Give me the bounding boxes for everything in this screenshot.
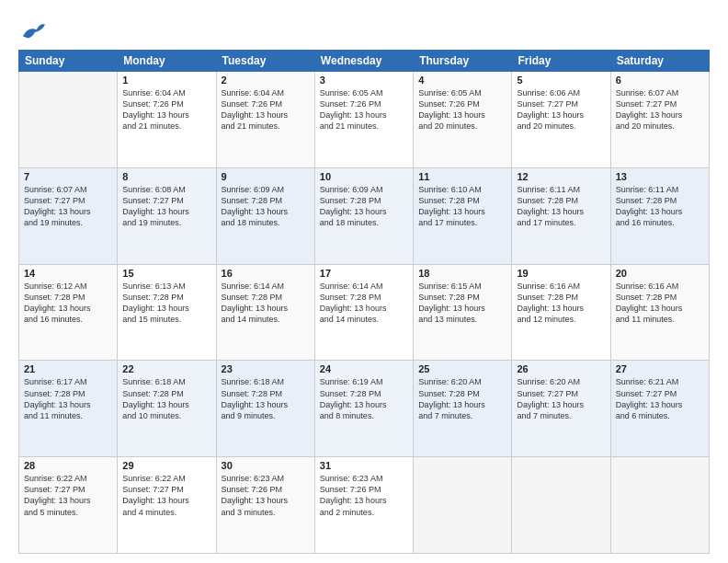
day-info: Sunrise: 6:14 AM Sunset: 7:28 PM Dayligh… (222, 281, 310, 326)
day-number: 31 (320, 460, 408, 471)
day-number: 5 (517, 75, 605, 86)
day-number: 3 (320, 75, 408, 86)
calendar-cell: 11Sunrise: 6:10 AM Sunset: 7:28 PM Dayli… (414, 167, 512, 264)
logo (18, 18, 47, 44)
header (18, 15, 710, 44)
calendar-cell: 7Sunrise: 6:07 AM Sunset: 7:27 PM Daylig… (19, 167, 118, 264)
day-info: Sunrise: 6:11 AM Sunset: 7:28 PM Dayligh… (517, 184, 605, 229)
day-number: 8 (122, 171, 210, 182)
day-number: 11 (418, 171, 506, 182)
calendar-cell: 4Sunrise: 6:05 AM Sunset: 7:26 PM Daylig… (414, 72, 512, 168)
day-info: Sunrise: 6:07 AM Sunset: 7:27 PM Dayligh… (24, 184, 112, 229)
calendar-cell: 15Sunrise: 6:13 AM Sunset: 7:28 PM Dayli… (118, 264, 216, 361)
day-info: Sunrise: 6:18 AM Sunset: 7:28 PM Dayligh… (222, 376, 310, 421)
day-number: 6 (616, 75, 704, 86)
day-number: 16 (222, 268, 310, 279)
page: SundayMondayTuesdayWednesdayThursdayFrid… (0, 0, 728, 563)
day-info: Sunrise: 6:23 AM Sunset: 7:26 PM Dayligh… (320, 473, 408, 518)
day-number: 4 (418, 75, 506, 86)
day-number: 19 (517, 268, 605, 279)
calendar-cell (610, 457, 709, 554)
calendar-cell: 21Sunrise: 6:17 AM Sunset: 7:28 PM Dayli… (19, 361, 118, 457)
calendar-cell: 23Sunrise: 6:18 AM Sunset: 7:28 PM Dayli… (216, 361, 314, 457)
calendar-week-row: 28Sunrise: 6:22 AM Sunset: 7:27 PM Dayli… (19, 457, 710, 554)
day-number: 13 (616, 171, 704, 182)
calendar-cell: 16Sunrise: 6:14 AM Sunset: 7:28 PM Dayli… (216, 264, 314, 361)
calendar-day-header: Sunday (19, 51, 118, 72)
day-info: Sunrise: 6:20 AM Sunset: 7:27 PM Dayligh… (517, 376, 605, 421)
calendar-week-row: 7Sunrise: 6:07 AM Sunset: 7:27 PM Daylig… (19, 167, 710, 264)
day-info: Sunrise: 6:15 AM Sunset: 7:28 PM Dayligh… (418, 281, 506, 326)
day-number: 17 (320, 268, 408, 279)
day-info: Sunrise: 6:12 AM Sunset: 7:28 PM Dayligh… (24, 281, 112, 326)
calendar-cell: 29Sunrise: 6:22 AM Sunset: 7:27 PM Dayli… (118, 457, 216, 554)
calendar-cell: 13Sunrise: 6:11 AM Sunset: 7:28 PM Dayli… (610, 167, 709, 264)
logo-bird-icon (21, 18, 47, 44)
calendar-cell: 25Sunrise: 6:20 AM Sunset: 7:28 PM Dayli… (414, 361, 512, 457)
calendar-week-row: 21Sunrise: 6:17 AM Sunset: 7:28 PM Dayli… (19, 361, 710, 457)
day-info: Sunrise: 6:04 AM Sunset: 7:26 PM Dayligh… (122, 87, 210, 132)
day-number: 21 (24, 363, 112, 374)
calendar-cell: 19Sunrise: 6:16 AM Sunset: 7:28 PM Dayli… (512, 264, 610, 361)
day-info: Sunrise: 6:16 AM Sunset: 7:28 PM Dayligh… (616, 281, 704, 326)
day-number: 25 (418, 363, 506, 374)
calendar-cell (414, 457, 512, 554)
calendar-cell: 14Sunrise: 6:12 AM Sunset: 7:28 PM Dayli… (19, 264, 118, 361)
calendar-cell: 22Sunrise: 6:18 AM Sunset: 7:28 PM Dayli… (118, 361, 216, 457)
day-number: 9 (222, 171, 310, 182)
day-number: 24 (320, 363, 408, 374)
calendar-week-row: 14Sunrise: 6:12 AM Sunset: 7:28 PM Dayli… (19, 264, 710, 361)
day-number: 18 (418, 268, 506, 279)
calendar-cell: 27Sunrise: 6:21 AM Sunset: 7:27 PM Dayli… (610, 361, 709, 457)
day-number: 2 (222, 75, 310, 86)
calendar-table: SundayMondayTuesdayWednesdayThursdayFrid… (18, 50, 710, 554)
day-info: Sunrise: 6:09 AM Sunset: 7:28 PM Dayligh… (320, 184, 408, 229)
day-number: 23 (222, 363, 310, 374)
calendar-header-row: SundayMondayTuesdayWednesdayThursdayFrid… (19, 51, 710, 72)
calendar-day-header: Tuesday (216, 51, 314, 72)
day-info: Sunrise: 6:14 AM Sunset: 7:28 PM Dayligh… (320, 281, 408, 326)
calendar-cell: 31Sunrise: 6:23 AM Sunset: 7:26 PM Dayli… (314, 457, 413, 554)
day-number: 7 (24, 171, 112, 182)
calendar-cell: 28Sunrise: 6:22 AM Sunset: 7:27 PM Dayli… (19, 457, 118, 554)
day-info: Sunrise: 6:22 AM Sunset: 7:27 PM Dayligh… (24, 473, 112, 518)
day-number: 1 (122, 75, 210, 86)
day-info: Sunrise: 6:06 AM Sunset: 7:27 PM Dayligh… (517, 87, 605, 132)
day-info: Sunrise: 6:23 AM Sunset: 7:26 PM Dayligh… (222, 473, 310, 518)
calendar-cell: 17Sunrise: 6:14 AM Sunset: 7:28 PM Dayli… (314, 264, 413, 361)
day-info: Sunrise: 6:05 AM Sunset: 7:26 PM Dayligh… (320, 87, 408, 132)
day-info: Sunrise: 6:05 AM Sunset: 7:26 PM Dayligh… (418, 87, 506, 132)
day-number: 22 (122, 363, 210, 374)
day-info: Sunrise: 6:04 AM Sunset: 7:26 PM Dayligh… (222, 87, 310, 132)
day-info: Sunrise: 6:07 AM Sunset: 7:27 PM Dayligh… (616, 87, 704, 132)
calendar-cell: 20Sunrise: 6:16 AM Sunset: 7:28 PM Dayli… (610, 264, 709, 361)
calendar-cell: 1Sunrise: 6:04 AM Sunset: 7:26 PM Daylig… (118, 72, 216, 168)
day-number: 10 (320, 171, 408, 182)
calendar-day-header: Friday (512, 51, 610, 72)
calendar-cell: 30Sunrise: 6:23 AM Sunset: 7:26 PM Dayli… (216, 457, 314, 554)
day-info: Sunrise: 6:09 AM Sunset: 7:28 PM Dayligh… (222, 184, 310, 229)
calendar-cell: 6Sunrise: 6:07 AM Sunset: 7:27 PM Daylig… (610, 72, 709, 168)
day-number: 14 (24, 268, 112, 279)
day-number: 27 (616, 363, 704, 374)
calendar-cell: 2Sunrise: 6:04 AM Sunset: 7:26 PM Daylig… (216, 72, 314, 168)
day-info: Sunrise: 6:22 AM Sunset: 7:27 PM Dayligh… (122, 473, 210, 518)
day-number: 20 (616, 268, 704, 279)
day-number: 30 (222, 460, 310, 471)
calendar-cell: 9Sunrise: 6:09 AM Sunset: 7:28 PM Daylig… (216, 167, 314, 264)
calendar-day-header: Wednesday (314, 51, 413, 72)
calendar-cell: 10Sunrise: 6:09 AM Sunset: 7:28 PM Dayli… (314, 167, 413, 264)
calendar-cell: 18Sunrise: 6:15 AM Sunset: 7:28 PM Dayli… (414, 264, 512, 361)
day-info: Sunrise: 6:13 AM Sunset: 7:28 PM Dayligh… (122, 281, 210, 326)
day-info: Sunrise: 6:17 AM Sunset: 7:28 PM Dayligh… (24, 376, 112, 421)
day-number: 28 (24, 460, 112, 471)
day-info: Sunrise: 6:08 AM Sunset: 7:27 PM Dayligh… (122, 184, 210, 229)
calendar-day-header: Monday (118, 51, 216, 72)
day-info: Sunrise: 6:16 AM Sunset: 7:28 PM Dayligh… (517, 281, 605, 326)
day-info: Sunrise: 6:21 AM Sunset: 7:27 PM Dayligh… (616, 376, 704, 421)
calendar-day-header: Saturday (610, 51, 709, 72)
day-number: 26 (517, 363, 605, 374)
calendar-cell (512, 457, 610, 554)
day-number: 12 (517, 171, 605, 182)
day-number: 29 (122, 460, 210, 471)
